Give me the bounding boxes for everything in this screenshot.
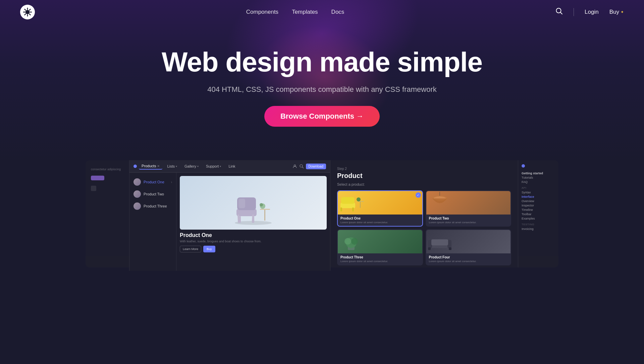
svg-rect-33: [360, 202, 361, 208]
center-product-panel: Products ✕ Lists ▾ Gallery ▾ Support ▾ L…: [129, 160, 330, 271]
buy-link[interactable]: Buy ✦: [609, 9, 624, 15]
svg-rect-17: [260, 209, 270, 210]
sidebar-label-1: Product One: [144, 180, 164, 184]
faq-link[interactable]: FAQ: [522, 180, 555, 184]
svg-rect-45: [431, 239, 448, 245]
login-link[interactable]: Login: [585, 9, 599, 15]
yellow-chair-svg: [338, 191, 365, 213]
showcase-section: consectetur adipiscing Products ✕ Lists …: [0, 160, 644, 274]
nav-link-docs[interactable]: Docs: [331, 9, 344, 15]
sidebar-avatar-2: [133, 190, 141, 198]
left-partial-panel: consectetur adipiscing: [86, 160, 129, 267]
svg-point-34: [357, 197, 361, 201]
nav-dot: [133, 165, 137, 168]
sidebar-label-3: Product Three: [144, 204, 167, 208]
tutorials-link[interactable]: Tutorials: [522, 176, 555, 179]
nav-link-templates[interactable]: Templates: [292, 9, 318, 15]
card2-desc: Lorem ipsum dolor sit amet consectetur.: [429, 221, 508, 224]
buy-button[interactable]: Buy: [203, 246, 215, 252]
getting-started-link[interactable]: Getting started: [522, 172, 555, 175]
tab-link[interactable]: Link: [226, 163, 238, 169]
panel-sidebar: Product One › Product Two Product Three: [129, 173, 176, 271]
logo-icon: [20, 5, 35, 19]
selected-product-desc: With leather, suede, brogues and boat sh…: [180, 240, 327, 243]
svg-rect-31: [352, 207, 354, 211]
svg-rect-25: [238, 199, 245, 208]
toolbar-link[interactable]: Toolbar: [522, 213, 555, 216]
invoicing-link[interactable]: Invoicing: [522, 227, 555, 231]
testing-section-label: Testing: [522, 223, 555, 226]
tab-products[interactable]: Products ✕: [139, 163, 162, 170]
product-card-img-1: [338, 191, 422, 215]
user-icon: [292, 164, 297, 169]
product-actions: Learn More Buy: [180, 246, 327, 252]
download-button[interactable]: Download: [306, 164, 326, 169]
card3-desc: Lorem ipsum dolor sit amet consectetur.: [340, 260, 420, 263]
svg-rect-29: [341, 197, 355, 204]
search-button[interactable]: [555, 7, 563, 17]
sidebar-item-product-two[interactable]: Product Two: [129, 188, 176, 200]
step-label: Step 2: [337, 167, 511, 171]
hero-headline: Web design made simple: [0, 47, 644, 77]
svg-point-9: [26, 11, 27, 12]
product-card-1[interactable]: Product One Lorem ipsum dolor sit amet c…: [337, 190, 423, 227]
overview-link[interactable]: Overview: [522, 199, 555, 203]
svg-rect-18: [264, 210, 265, 221]
syntax-link[interactable]: Syntax: [522, 191, 555, 194]
tab-lists[interactable]: Lists ▾: [164, 163, 180, 169]
nav-divider: [574, 8, 574, 16]
product-card-2[interactable]: Product Two Lorem ipsum dolor sit amet c…: [426, 190, 512, 227]
sidebar-label-2: Product Two: [144, 192, 164, 196]
chair-illustration: [226, 179, 280, 226]
right-panel-title: Product: [337, 172, 511, 180]
learn-more-button[interactable]: Learn More: [180, 246, 201, 252]
nav-links: Components Templates Docs: [246, 9, 344, 15]
tab-support[interactable]: Support ▾: [203, 163, 224, 169]
card4-desc: Lorem ipsum dolor sit amet consectetur.: [429, 260, 508, 263]
product-card-3[interactable]: Product Three Lorem ipsum dolor sit amet…: [337, 229, 423, 265]
sidebar-arrow-1: ›: [171, 180, 172, 184]
tab-gallery[interactable]: Gallery ▾: [182, 163, 201, 169]
svg-rect-46: [428, 247, 431, 250]
product-card-img-3: [338, 230, 422, 253]
nav-link-components[interactable]: Components: [246, 9, 278, 15]
svg-point-0: [25, 10, 30, 14]
inspector-link[interactable]: Inspector: [522, 204, 555, 207]
selected-check-badge: ✓: [416, 192, 421, 198]
svg-point-20: [260, 203, 263, 206]
logo[interactable]: [20, 5, 35, 19]
browse-components-button[interactable]: Browse Components →: [264, 106, 380, 127]
panel-navbar: Products ✕ Lists ▾ Gallery ▾ Support ▾ L…: [129, 160, 330, 173]
product-card-img-4: [426, 230, 511, 253]
panel-main: Product One With leather, suede, brogues…: [176, 173, 330, 271]
product-card-4[interactable]: Product Four Lorem ipsum dolor sit amet …: [426, 229, 512, 265]
card3-name: Product Three: [340, 255, 420, 259]
sidebar-item-product-one[interactable]: Product One ›: [129, 176, 176, 188]
left-panel-button: [91, 176, 104, 180]
panel-body: Product One › Product Two Product Three: [129, 173, 330, 271]
product-image-container: [180, 176, 327, 230]
timeline-link[interactable]: Timeline: [522, 208, 555, 211]
navigation: Components Templates Docs Login Buy ✦: [0, 0, 644, 24]
sidebar-avatar-1: [133, 178, 141, 186]
svg-line-7: [30, 9, 31, 10]
svg-rect-30: [340, 207, 342, 211]
hero-subtext: 404 HTML, CSS, JS components compatible …: [0, 85, 644, 94]
selected-product-name: Product One: [180, 232, 327, 238]
card4-name: Product Four: [429, 255, 508, 259]
sidebar-avatar-3: [133, 202, 141, 210]
svg-line-6: [30, 14, 31, 15]
interface-link[interactable]: Interface: [522, 195, 555, 198]
sidebar-item-product-three[interactable]: Product Three: [129, 200, 176, 212]
svg-point-40: [344, 238, 351, 245]
svg-point-41: [351, 238, 358, 245]
svg-line-5: [25, 9, 26, 10]
svg-line-15: [302, 167, 303, 168]
examples-link[interactable]: Examples: [522, 217, 555, 220]
svg-rect-47: [449, 247, 451, 250]
sofa-svg: [426, 230, 453, 252]
far-right-docs-panel: Getting started Tutorials FAQ API Syntax…: [518, 160, 558, 267]
card1-desc: Lorem ipsum dolor sit amet consectetur.: [340, 221, 420, 224]
product-card-img-2: [426, 191, 511, 215]
right-product-selector-panel: Step 2 Product Select a product:: [330, 160, 518, 267]
